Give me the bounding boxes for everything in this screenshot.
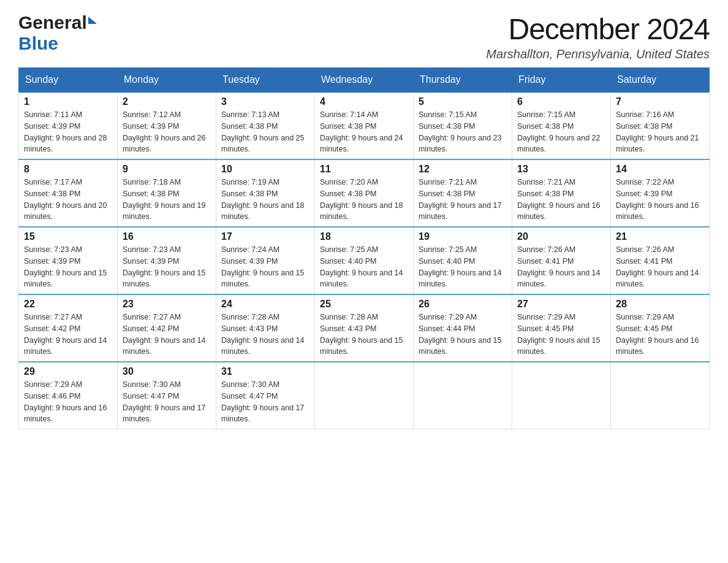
calendar-cell: 1 Sunrise: 7:11 AM Sunset: 4:39 PM Dayli… (19, 92, 118, 159)
day-number: 11 (320, 164, 408, 175)
day-info: Sunrise: 7:14 AM Sunset: 4:38 PM Dayligh… (320, 109, 408, 155)
calendar-cell: 23 Sunrise: 7:27 AM Sunset: 4:42 PM Dayl… (118, 294, 216, 362)
calendar-cell: 6 Sunrise: 7:15 AM Sunset: 4:38 PM Dayli… (512, 92, 611, 159)
day-info: Sunrise: 7:15 AM Sunset: 4:38 PM Dayligh… (419, 109, 507, 155)
calendar-week-row: 1 Sunrise: 7:11 AM Sunset: 4:39 PM Dayli… (19, 92, 710, 159)
day-number: 13 (517, 164, 605, 175)
header-saturday: Saturday (611, 68, 710, 93)
day-info: Sunrise: 7:19 AM Sunset: 4:38 PM Dayligh… (221, 177, 309, 223)
calendar-week-row: 29 Sunrise: 7:29 AM Sunset: 4:46 PM Dayl… (19, 362, 710, 429)
logo: General Blue (18, 12, 97, 54)
calendar-cell: 9 Sunrise: 7:18 AM Sunset: 4:38 PM Dayli… (118, 159, 216, 227)
day-number: 5 (419, 96, 507, 107)
day-info: Sunrise: 7:23 AM Sunset: 4:39 PM Dayligh… (24, 244, 112, 290)
page-title: December 2024 (486, 12, 710, 46)
day-info: Sunrise: 7:16 AM Sunset: 4:38 PM Dayligh… (616, 109, 704, 155)
logo-blue-text: Blue (18, 33, 58, 53)
day-number: 30 (123, 366, 211, 377)
logo-arrow-icon (88, 17, 97, 24)
day-info: Sunrise: 7:25 AM Sunset: 4:40 PM Dayligh… (320, 244, 408, 290)
day-info: Sunrise: 7:29 AM Sunset: 4:45 PM Dayligh… (616, 312, 704, 358)
day-info: Sunrise: 7:30 AM Sunset: 4:47 PM Dayligh… (123, 379, 211, 425)
day-number: 22 (24, 299, 112, 310)
calendar-cell: 11 Sunrise: 7:20 AM Sunset: 4:38 PM Dayl… (315, 159, 414, 227)
calendar-cell: 13 Sunrise: 7:21 AM Sunset: 4:38 PM Dayl… (512, 159, 611, 227)
calendar-cell: 2 Sunrise: 7:12 AM Sunset: 4:39 PM Dayli… (118, 92, 216, 159)
day-number: 19 (419, 231, 507, 242)
page-header: General Blue December 2024 Marshallton, … (18, 12, 710, 61)
day-number: 27 (517, 299, 605, 310)
calendar-cell: 21 Sunrise: 7:26 AM Sunset: 4:41 PM Dayl… (611, 227, 710, 294)
day-number: 31 (221, 366, 309, 377)
day-info: Sunrise: 7:13 AM Sunset: 4:38 PM Dayligh… (221, 109, 309, 155)
day-info: Sunrise: 7:27 AM Sunset: 4:42 PM Dayligh… (24, 312, 112, 358)
day-info: Sunrise: 7:30 AM Sunset: 4:47 PM Dayligh… (221, 379, 309, 425)
calendar-week-row: 15 Sunrise: 7:23 AM Sunset: 4:39 PM Dayl… (19, 227, 710, 294)
day-number: 2 (123, 96, 211, 107)
calendar-cell: 8 Sunrise: 7:17 AM Sunset: 4:38 PM Dayli… (19, 159, 118, 227)
header-sunday: Sunday (19, 68, 118, 93)
day-info: Sunrise: 7:18 AM Sunset: 4:38 PM Dayligh… (123, 177, 211, 223)
day-number: 7 (616, 96, 704, 107)
calendar-cell: 22 Sunrise: 7:27 AM Sunset: 4:42 PM Dayl… (19, 294, 118, 362)
day-info: Sunrise: 7:20 AM Sunset: 4:38 PM Dayligh… (320, 177, 408, 223)
day-number: 17 (221, 231, 309, 242)
day-number: 21 (616, 231, 704, 242)
day-number: 16 (123, 231, 211, 242)
day-info: Sunrise: 7:29 AM Sunset: 4:46 PM Dayligh… (24, 379, 112, 425)
day-number: 9 (123, 164, 211, 175)
day-number: 26 (419, 299, 507, 310)
calendar-week-row: 8 Sunrise: 7:17 AM Sunset: 4:38 PM Dayli… (19, 159, 710, 227)
day-number: 1 (24, 96, 112, 107)
day-info: Sunrise: 7:23 AM Sunset: 4:39 PM Dayligh… (123, 244, 211, 290)
day-number: 15 (24, 231, 112, 242)
day-info: Sunrise: 7:15 AM Sunset: 4:38 PM Dayligh… (517, 109, 605, 155)
calendar-cell: 4 Sunrise: 7:14 AM Sunset: 4:38 PM Dayli… (315, 92, 414, 159)
day-number: 10 (221, 164, 309, 175)
day-info: Sunrise: 7:24 AM Sunset: 4:39 PM Dayligh… (221, 244, 309, 290)
calendar-cell: 27 Sunrise: 7:29 AM Sunset: 4:45 PM Dayl… (512, 294, 611, 362)
calendar-cell: 29 Sunrise: 7:29 AM Sunset: 4:46 PM Dayl… (19, 362, 118, 429)
day-info: Sunrise: 7:12 AM Sunset: 4:39 PM Dayligh… (123, 109, 211, 155)
header-friday: Friday (512, 68, 611, 93)
calendar-cell: 10 Sunrise: 7:19 AM Sunset: 4:38 PM Dayl… (216, 159, 315, 227)
title-block: December 2024 Marshallton, Pennsylvania,… (486, 12, 710, 61)
calendar-cell: 17 Sunrise: 7:24 AM Sunset: 4:39 PM Dayl… (216, 227, 315, 294)
day-number: 18 (320, 231, 408, 242)
calendar-cell: 14 Sunrise: 7:22 AM Sunset: 4:39 PM Dayl… (611, 159, 710, 227)
day-number: 6 (517, 96, 605, 107)
calendar-week-row: 22 Sunrise: 7:27 AM Sunset: 4:42 PM Dayl… (19, 294, 710, 362)
day-number: 14 (616, 164, 704, 175)
day-number: 4 (320, 96, 408, 107)
day-number: 25 (320, 299, 408, 310)
day-info: Sunrise: 7:29 AM Sunset: 4:45 PM Dayligh… (517, 312, 605, 358)
page-subtitle: Marshallton, Pennsylvania, United States (486, 47, 710, 61)
calendar-cell: 15 Sunrise: 7:23 AM Sunset: 4:39 PM Dayl… (19, 227, 118, 294)
day-info: Sunrise: 7:26 AM Sunset: 4:41 PM Dayligh… (616, 244, 704, 290)
day-number: 23 (123, 299, 211, 310)
calendar-cell: 7 Sunrise: 7:16 AM Sunset: 4:38 PM Dayli… (611, 92, 710, 159)
calendar-cell: 18 Sunrise: 7:25 AM Sunset: 4:40 PM Dayl… (315, 227, 414, 294)
day-number: 24 (221, 299, 309, 310)
header-monday: Monday (118, 68, 216, 93)
day-info: Sunrise: 7:27 AM Sunset: 4:42 PM Dayligh… (123, 312, 211, 358)
day-info: Sunrise: 7:21 AM Sunset: 4:38 PM Dayligh… (517, 177, 605, 223)
day-number: 20 (517, 231, 605, 242)
calendar-cell (611, 362, 710, 429)
day-info: Sunrise: 7:11 AM Sunset: 4:39 PM Dayligh… (24, 109, 112, 155)
calendar-cell: 12 Sunrise: 7:21 AM Sunset: 4:38 PM Dayl… (414, 159, 512, 227)
day-number: 28 (616, 299, 704, 310)
calendar-cell: 28 Sunrise: 7:29 AM Sunset: 4:45 PM Dayl… (611, 294, 710, 362)
calendar-cell: 30 Sunrise: 7:30 AM Sunset: 4:47 PM Dayl… (118, 362, 216, 429)
day-number: 8 (24, 164, 112, 175)
calendar-header-row: SundayMondayTuesdayWednesdayThursdayFrid… (19, 68, 710, 93)
day-info: Sunrise: 7:22 AM Sunset: 4:39 PM Dayligh… (616, 177, 704, 223)
calendar-cell: 5 Sunrise: 7:15 AM Sunset: 4:38 PM Dayli… (414, 92, 512, 159)
calendar-cell: 3 Sunrise: 7:13 AM Sunset: 4:38 PM Dayli… (216, 92, 315, 159)
day-info: Sunrise: 7:17 AM Sunset: 4:38 PM Dayligh… (24, 177, 112, 223)
calendar-table: SundayMondayTuesdayWednesdayThursdayFrid… (18, 67, 710, 429)
calendar-cell: 31 Sunrise: 7:30 AM Sunset: 4:47 PM Dayl… (216, 362, 315, 429)
calendar-cell: 16 Sunrise: 7:23 AM Sunset: 4:39 PM Dayl… (118, 227, 216, 294)
header-thursday: Thursday (414, 68, 512, 93)
calendar-cell: 19 Sunrise: 7:25 AM Sunset: 4:40 PM Dayl… (414, 227, 512, 294)
